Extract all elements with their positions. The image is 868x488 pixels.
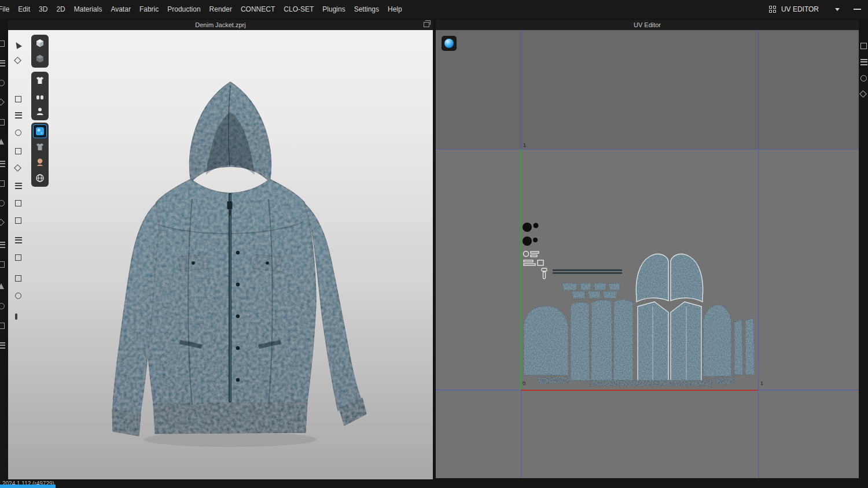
uv-piece-flap[interactable] [603, 291, 617, 298]
uv-piece-flap[interactable] [562, 283, 578, 290]
uv-piece-side-panel[interactable] [571, 302, 590, 380]
zipper-pull [229, 210, 231, 216]
uv-piece-flap[interactable] [594, 283, 606, 290]
uv-piece-hood-left[interactable] [636, 254, 668, 302]
tool-icon[interactable] [0, 161, 5, 167]
zipper-slider [227, 201, 233, 209]
uv-editor-titlebar[interactable]: UV Editor [436, 20, 859, 30]
menu-render[interactable]: Render [208, 0, 240, 19]
globe-icon [35, 173, 45, 183]
uv-piece-cuff[interactable] [538, 377, 570, 383]
viewport-3d-canvas[interactable] [8, 30, 433, 479]
uv-zipper-tape[interactable] [553, 272, 622, 274]
textured-garment-icon [35, 126, 45, 136]
menu-avatar[interactable]: Avatar [109, 0, 138, 19]
environment-button[interactable] [33, 171, 47, 185]
garment-3d-view[interactable] [8, 30, 433, 479]
show-avatar-button[interactable] [33, 105, 47, 119]
menu-2d[interactable]: 2D [55, 0, 72, 19]
viewport-3d-panel: Denim Jacket.zprj [8, 20, 433, 479]
uv-pattern-layout [436, 30, 859, 478]
avatar-display-button[interactable] [33, 156, 47, 169]
tool-icon[interactable] [0, 242, 5, 248]
uv-piece-side-panel[interactable] [613, 300, 633, 380]
viewport-3d-titlebar[interactable]: Denim Jacket.zprj [8, 20, 433, 30]
menu-help[interactable]: Help [387, 0, 410, 19]
detach-panel-icon[interactable] [424, 22, 429, 27]
left-tool-strip [0, 20, 8, 480]
workspace-mode-switch[interactable]: UV EDITOR [769, 5, 868, 13]
menu-connect[interactable]: CONNECT [240, 0, 282, 19]
menu-clo-set[interactable]: CLO-SET [282, 0, 321, 19]
tool-icon[interactable] [0, 200, 5, 206]
wireframe-view-button[interactable] [33, 52, 47, 66]
tool-icon[interactable] [0, 60, 5, 66]
uv-piece-back[interactable] [524, 306, 568, 375]
property-icon[interactable] [860, 75, 867, 82]
uv-trim-swatches[interactable] [524, 252, 544, 266]
uv-piece-placket[interactable] [745, 318, 755, 375]
tool-icon[interactable] [0, 80, 5, 86]
gray-garment-icon [35, 142, 45, 152]
menu-items: File Edit 3D 2D Materials Avatar Fabric … [0, 0, 410, 19]
mesh-view-button[interactable] [33, 140, 47, 154]
workspace-mode-label: UV EDITOR [781, 5, 819, 13]
uv-zipper-tape[interactable] [553, 269, 622, 271]
uv-buttons[interactable] [523, 223, 539, 246]
tool-icon[interactable] [0, 139, 4, 145]
bottom-scrollbar[interactable] [0, 485, 56, 488]
pocket-button-left [192, 261, 195, 265]
menu-materials[interactable]: Materials [73, 0, 110, 19]
uv-piece-hood-right[interactable] [671, 254, 703, 302]
tool-icon[interactable] [0, 119, 5, 125]
menu-fabric[interactable]: Fabric [138, 0, 166, 19]
solid-view-button[interactable] [33, 36, 47, 50]
cube-icon [35, 38, 45, 49]
uv-piece-waistband[interactable] [590, 380, 712, 386]
menu-settings[interactable]: Settings [353, 0, 387, 19]
uv-piece-placket[interactable] [734, 319, 743, 375]
tool-icon[interactable] [0, 180, 5, 187]
tool-icon[interactable] [0, 98, 5, 106]
tool-icon[interactable] [0, 283, 4, 289]
menu-file[interactable]: File [0, 0, 17, 19]
zipper-teeth [230, 194, 230, 401]
uv-editor-panel: UV Editor 1 0 1 [436, 20, 859, 478]
uv-piece-flap[interactable] [609, 283, 620, 290]
chevron-down-icon[interactable] [835, 8, 840, 11]
tool-icon[interactable] [0, 342, 5, 349]
uv-editor-canvas[interactable]: 1 0 1 [436, 30, 859, 478]
measure-icon[interactable] [859, 90, 867, 98]
show-accessories-button[interactable] [33, 89, 47, 103]
texture-view-group [31, 123, 49, 187]
menu-edit[interactable]: Edit [17, 0, 38, 19]
tool-icon[interactable] [0, 261, 5, 268]
shoes-icon [35, 91, 45, 101]
uv-piece-flap[interactable] [572, 291, 586, 298]
tool-icon[interactable] [0, 219, 5, 226]
tool-icon[interactable] [0, 323, 5, 329]
show-garment-button[interactable] [33, 73, 47, 87]
person-icon [35, 106, 45, 117]
uv-piece-sleeve[interactable] [703, 305, 731, 376]
uv-piece-cuff[interactable] [715, 378, 734, 384]
uv-piece-side-panel[interactable] [591, 300, 612, 380]
uv-piece-flap[interactable] [580, 283, 591, 290]
material-sphere-icon[interactable] [442, 36, 457, 51]
uv-zipper-pull-icon[interactable] [542, 268, 547, 279]
menu-plugins[interactable]: Plugins [321, 0, 352, 19]
workspace-grid-icon [769, 6, 777, 13]
object-browser-icon[interactable] [860, 59, 867, 65]
library-icon[interactable] [860, 43, 867, 49]
tool-icon[interactable] [0, 303, 5, 309]
menu-production[interactable]: Production [166, 0, 208, 19]
minimize-icon[interactable] [854, 9, 861, 10]
menu-3d[interactable]: 3D [38, 0, 55, 19]
uv-piece-flap[interactable] [588, 291, 601, 298]
tool-icon[interactable] [0, 40, 5, 47]
status-bar: 2024.1.112 (r49729) [0, 480, 868, 488]
right-tool-strip [859, 20, 868, 480]
pocket-button-right [266, 261, 269, 265]
uv-editor-title: UV Editor [634, 21, 661, 28]
textured-view-button[interactable] [33, 124, 47, 138]
